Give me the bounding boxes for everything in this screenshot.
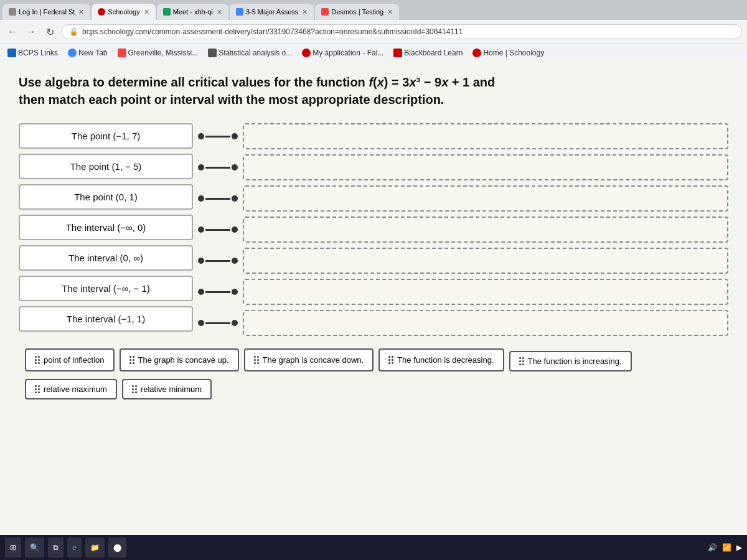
chip-relative-minimum[interactable]: relative minimum bbox=[122, 379, 212, 399]
taskbar-network: 📶 bbox=[722, 543, 731, 552]
connector-dot-right-1 bbox=[232, 133, 238, 139]
bookmark-label-schoology-home: Home | Schoology bbox=[483, 49, 544, 57]
forward-button[interactable]: → bbox=[24, 24, 39, 39]
bookmark-label-greenville: Greenville, Mississi... bbox=[128, 49, 199, 57]
connector-line-2 bbox=[205, 167, 230, 169]
chip-relative-maximum[interactable]: relative maximum bbox=[25, 379, 117, 399]
left-item-1: The point (−1, 7) bbox=[19, 123, 193, 149]
tab-icon-assess bbox=[236, 8, 243, 16]
bookmark-bcps[interactable]: BCPS Links bbox=[5, 47, 60, 58]
left-item-label-7: The interval (−1, 1) bbox=[67, 314, 145, 324]
taskbar-right: 🔊 📶 ▶ bbox=[708, 543, 742, 552]
bookmark-label-bcps: BCPS Links bbox=[18, 49, 58, 57]
connector-line-4 bbox=[205, 229, 230, 231]
chip-label-1: point of inflection bbox=[44, 355, 105, 365]
bookmark-statistical[interactable]: Statistical analysis o... bbox=[205, 47, 294, 58]
taskbar-edge[interactable]: e bbox=[67, 538, 82, 558]
left-item-label-1: The point (−1, 7) bbox=[72, 131, 140, 141]
lock-icon: 🔒 bbox=[69, 27, 78, 36]
schoology-tab-icon bbox=[98, 8, 105, 16]
bookmark-icon-statistical bbox=[208, 49, 217, 57]
tab-desmos[interactable]: Desmos | Testing ✕ bbox=[315, 4, 399, 20]
taskbar-start[interactable]: ⊞ bbox=[5, 538, 21, 558]
tab-meet[interactable]: Meet - xhh-qi ✕ bbox=[157, 4, 228, 20]
bookmark-blackboard[interactable]: Blackboard Learn bbox=[391, 47, 465, 58]
chip-concave-up[interactable]: The graph is concave up. bbox=[120, 348, 239, 371]
taskbar-volume: 🔊 bbox=[708, 543, 717, 552]
taskbar-taskview[interactable]: ⧉ bbox=[48, 538, 63, 558]
chip-label-3: The graph is concave down. bbox=[263, 355, 364, 365]
right-drop-5[interactable] bbox=[243, 248, 728, 274]
back-button[interactable]: ← bbox=[5, 24, 20, 39]
tab-federal-st[interactable]: Log In | Federal St ✕ bbox=[2, 4, 90, 20]
left-item-label-2: The point (1, − 5) bbox=[70, 161, 142, 172]
right-drop-7[interactable] bbox=[243, 310, 728, 336]
tab-close-meet[interactable]: ✕ bbox=[217, 8, 222, 16]
connector-dot-right-4 bbox=[232, 226, 238, 233]
right-drop-1[interactable] bbox=[243, 123, 728, 149]
tab-label-schoology: Schoology bbox=[108, 8, 139, 16]
problem-title-line1: Use algebra to determine all critical va… bbox=[19, 75, 495, 89]
bookmark-icon-bcps bbox=[7, 49, 16, 57]
connector-dot-left-5 bbox=[198, 258, 204, 264]
right-drop-2[interactable] bbox=[243, 154, 728, 180]
left-item-7: The interval (−1, 1) bbox=[19, 306, 193, 332]
tab-label-meet: Meet - xhh-qi bbox=[173, 8, 213, 16]
address-box[interactable]: 🔒 bcps.schoology.com/common-assessment-d… bbox=[61, 24, 742, 39]
chip-label-7: relative minimum bbox=[141, 385, 202, 394]
left-item-label-3: The point (0, 1) bbox=[74, 192, 138, 202]
right-drop-6[interactable] bbox=[243, 279, 728, 305]
left-item-5: The interval (0, ∞) bbox=[19, 245, 193, 271]
tab-icon-federal bbox=[9, 8, 16, 16]
chrome-icon: ⬤ bbox=[113, 543, 121, 552]
tab-close-assess[interactable]: ✕ bbox=[302, 8, 308, 16]
connector-row-1 bbox=[197, 123, 239, 149]
bookmark-schoology-home[interactable]: Home | Schoology bbox=[470, 47, 547, 58]
connector-row-2 bbox=[197, 154, 239, 180]
connector-dot-right-7 bbox=[232, 320, 238, 326]
problem-title-line2: then match each point or interval with t… bbox=[19, 93, 444, 106]
bookmark-icon-blackboard bbox=[393, 49, 402, 57]
right-drop-3[interactable] bbox=[243, 185, 728, 212]
taskbar-search[interactable]: 🔍 bbox=[25, 538, 44, 558]
chip-function-decreasing[interactable]: The function is decreasing. bbox=[378, 348, 504, 371]
answer-bank: point of inflection The graph is concave… bbox=[19, 348, 728, 399]
bookmark-greenville[interactable]: Greenville, Mississi... bbox=[115, 47, 201, 58]
left-item-label-5: The interval (0, ∞) bbox=[68, 253, 143, 263]
connector-line-6 bbox=[205, 291, 230, 293]
edge-icon: e bbox=[72, 543, 77, 552]
address-bar-row: ← → ↻ 🔒 bcps.schoology.com/common-assess… bbox=[0, 20, 747, 44]
bookmark-newtab[interactable]: New Tab bbox=[65, 47, 110, 58]
right-column bbox=[243, 123, 728, 336]
tab-close-schoology[interactable]: ✕ bbox=[144, 8, 149, 16]
connector-line-1 bbox=[205, 136, 230, 138]
tab-schoology[interactable]: Schoology ✕ bbox=[92, 4, 155, 20]
chip-label-4: The function is decreasing. bbox=[397, 355, 494, 365]
left-item-label-6: The interval (−∞, − 1) bbox=[62, 283, 150, 294]
taskbar-chrome[interactable]: ⬤ bbox=[108, 538, 126, 558]
bookmark-label-statistical: Statistical analysis o... bbox=[218, 49, 292, 57]
connector-dot-left-2 bbox=[198, 164, 204, 170]
main-content: Use algebra to determine all critical va… bbox=[0, 61, 747, 559]
reload-button[interactable]: ↻ bbox=[42, 24, 57, 39]
left-item-2: The point (1, − 5) bbox=[19, 154, 193, 179]
tab-close-federal[interactable]: ✕ bbox=[78, 8, 84, 16]
tab-assess[interactable]: 3-5 Major Assess ✕ bbox=[230, 4, 314, 20]
tab-label-desmos: Desmos | Testing bbox=[331, 8, 383, 16]
taskbar-explorer[interactable]: 📁 bbox=[85, 538, 105, 558]
connector-dot-right-6 bbox=[232, 289, 238, 295]
chip-dots-5 bbox=[519, 357, 524, 365]
right-drop-4[interactable] bbox=[243, 217, 728, 243]
bookmark-myapp[interactable]: My application - Fal... bbox=[299, 47, 386, 58]
chip-label-6: relative maximum bbox=[44, 385, 107, 394]
bookmark-icon-myapp bbox=[302, 49, 311, 57]
connector-area bbox=[193, 123, 243, 336]
chip-concave-down[interactable]: The graph is concave down. bbox=[244, 348, 374, 371]
tab-close-desmos[interactable]: ✕ bbox=[387, 8, 393, 16]
chip-dots-1 bbox=[35, 356, 40, 364]
left-item-3: The point (0, 1) bbox=[19, 184, 193, 210]
chip-function-increasing[interactable]: The function is increasing. bbox=[509, 351, 632, 371]
chip-point-of-inflection[interactable]: point of inflection bbox=[25, 348, 115, 371]
tab-icon-meet bbox=[163, 8, 171, 16]
connector-dot-left-7 bbox=[198, 320, 204, 326]
